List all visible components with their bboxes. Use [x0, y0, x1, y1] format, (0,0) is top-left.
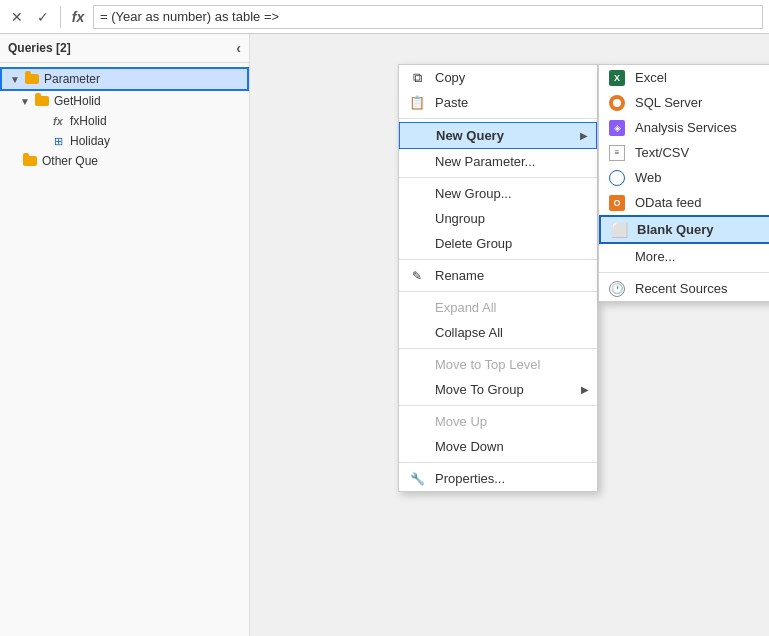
odata-label: OData feed — [635, 195, 702, 210]
menu-more[interactable]: More... — [599, 244, 769, 269]
separator-7 — [399, 462, 597, 463]
sql-label: SQL Server — [635, 95, 702, 110]
tree-item-holiday[interactable]: ⊞ Holiday — [0, 131, 249, 151]
menu-new-parameter[interactable]: New Parameter... — [399, 149, 597, 174]
menu-expand-all: Expand All — [399, 295, 597, 320]
cancel-button[interactable]: ✕ — [6, 6, 28, 28]
analysis-label: Analysis Services — [635, 120, 737, 135]
tree-label-getholid: GetHolid — [54, 94, 101, 108]
expand-all-label: Expand All — [435, 300, 496, 315]
sql-icon — [607, 95, 627, 111]
tree-item-parameter[interactable]: ▼ Parameter — [0, 67, 249, 91]
separator-5 — [399, 348, 597, 349]
web-icon — [607, 170, 627, 186]
queries-header: Queries [2] ‹ — [0, 34, 249, 63]
tree-arrow-getholid: ▼ — [20, 96, 34, 107]
odata-icon: O — [607, 195, 627, 211]
menu-move-down[interactable]: Move Down — [399, 434, 597, 459]
menu-copy[interactable]: ⧉ Copy — [399, 65, 597, 90]
new-parameter-label: New Parameter... — [435, 154, 535, 169]
paste-icon: 📋 — [407, 95, 427, 110]
menu-new-query[interactable]: New Query — [399, 122, 597, 149]
move-up-label: Move Up — [435, 414, 487, 429]
tree-label-parameter: Parameter — [44, 72, 100, 86]
formula-input[interactable] — [93, 5, 763, 29]
move-to-group-label: Move To Group — [435, 382, 524, 397]
more-label: More... — [635, 249, 675, 264]
menu-collapse-all[interactable]: Collapse All — [399, 320, 597, 345]
menu-analysis-services[interactable]: ◈ Analysis Services — [599, 115, 769, 140]
context-menu-left: ⧉ Copy 📋 Paste New Query New Parameter..… — [398, 64, 598, 492]
formula-separator — [60, 6, 61, 28]
properties-label: Properties... — [435, 471, 505, 486]
menu-excel[interactable]: X Excel — [599, 65, 769, 90]
paste-label: Paste — [435, 95, 468, 110]
recent-sources-label: Recent Sources — [635, 281, 728, 296]
menu-recent-sources[interactable]: 🕐 Recent Sources — [599, 276, 769, 301]
move-top-label: Move to Top Level — [435, 357, 540, 372]
properties-icon: 🔧 — [407, 472, 427, 486]
menu-delete-group[interactable]: Delete Group — [399, 231, 597, 256]
formula-bar: ✕ ✓ fx — [0, 0, 769, 34]
confirm-button[interactable]: ✓ — [32, 6, 54, 28]
collapse-all-label: Collapse All — [435, 325, 503, 340]
menu-move-to-group[interactable]: Move To Group — [399, 377, 597, 402]
separator-6 — [399, 405, 597, 406]
menu-ungroup[interactable]: Ungroup — [399, 206, 597, 231]
tree-item-getholid[interactable]: ▼ GetHolid — [0, 91, 249, 111]
query-tree: ▼ Parameter ▼ GetHolid fx fxHolid — [0, 63, 249, 636]
move-down-label: Move Down — [435, 439, 504, 454]
text-csv-label: Text/CSV — [635, 145, 689, 160]
recent-icon: 🕐 — [607, 281, 627, 297]
fx-icon-fxholid: fx — [50, 113, 66, 129]
menu-sql-server[interactable]: SQL Server — [599, 90, 769, 115]
excel-icon: X — [607, 70, 627, 86]
content-area: Queries [2] ‹ ▼ Parameter ▼ GetHolid — [0, 34, 769, 636]
tree-label-fxholid: fxHolid — [70, 114, 107, 128]
blank-query-label: Blank Query — [637, 222, 714, 237]
queries-panel: Queries [2] ‹ ▼ Parameter ▼ GetHolid — [0, 34, 250, 636]
separator-2 — [399, 177, 597, 178]
menu-move-up: Move Up — [399, 409, 597, 434]
tree-arrow: ▼ — [10, 74, 24, 85]
text-icon: ≡ — [607, 145, 627, 161]
separator-1 — [399, 118, 597, 119]
rename-label: Rename — [435, 268, 484, 283]
menu-new-group[interactable]: New Group... — [399, 181, 597, 206]
menu-paste[interactable]: 📋 Paste — [399, 90, 597, 115]
web-label: Web — [635, 170, 662, 185]
separator-3 — [399, 259, 597, 260]
menu-rename[interactable]: ✎ Rename — [399, 263, 597, 288]
blank-icon: ⬜ — [609, 222, 629, 238]
delete-group-label: Delete Group — [435, 236, 512, 251]
rename-icon: ✎ — [407, 269, 427, 283]
app-container: ✕ ✓ fx Queries [2] ‹ ▼ Parameter ▼ — [0, 0, 769, 636]
right-panel: ⧉ Copy 📋 Paste New Query New Parameter..… — [250, 34, 769, 636]
excel-label: Excel — [635, 70, 667, 85]
new-query-label: New Query — [436, 128, 504, 143]
collapse-panel-button[interactable]: ‹ — [236, 40, 241, 56]
fx-button[interactable]: fx — [67, 6, 89, 28]
right-separator — [599, 272, 769, 273]
folder-icon — [24, 71, 40, 87]
menu-blank-query[interactable]: ⬜ Blank Query — [599, 215, 769, 244]
tree-item-otherque[interactable]: Other Que — [0, 151, 249, 171]
table-icon-holiday: ⊞ — [50, 133, 66, 149]
tree-item-fxholid[interactable]: fx fxHolid — [0, 111, 249, 131]
menu-text-csv[interactable]: ≡ Text/CSV — [599, 140, 769, 165]
tree-label-otherque: Other Que — [42, 154, 98, 168]
menu-odata-feed[interactable]: O OData feed — [599, 190, 769, 215]
new-group-label: New Group... — [435, 186, 512, 201]
copy-icon: ⧉ — [407, 70, 427, 86]
analysis-icon: ◈ — [607, 120, 627, 136]
separator-4 — [399, 291, 597, 292]
menu-web[interactable]: Web — [599, 165, 769, 190]
folder-icon-otherque — [22, 153, 38, 169]
queries-title: Queries [2] — [8, 41, 71, 55]
menu-properties[interactable]: 🔧 Properties... — [399, 466, 597, 491]
context-menu-right: X Excel SQL Server ◈ Analysis Services — [598, 64, 769, 302]
tree-label-holiday: Holiday — [70, 134, 110, 148]
folder-icon-getholid — [34, 93, 50, 109]
copy-label: Copy — [435, 70, 465, 85]
ungroup-label: Ungroup — [435, 211, 485, 226]
